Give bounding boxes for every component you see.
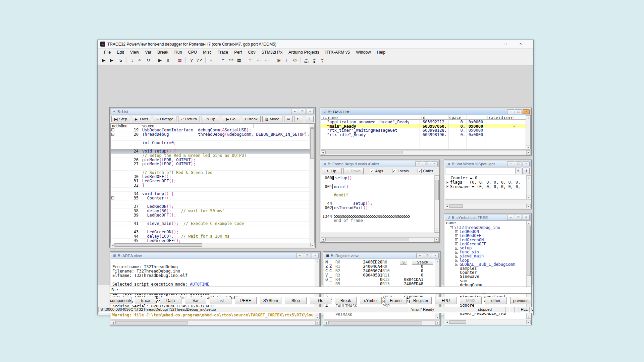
watch-minimize-button[interactable]: –: [507, 161, 514, 166]
symbol-tree-item[interactable]: +sieve_main: [445, 254, 526, 258]
register-window-titlebar[interactable]: ▦ B::Register.view – □ ×: [324, 252, 440, 259]
scroll-thumb[interactable]: [115, 321, 187, 324]
symbol-close-button[interactable]: ×: [523, 215, 530, 220]
menu-item-perf[interactable]: Perf: [231, 49, 245, 55]
status-hll-toggle[interactable]: HLL: [519, 307, 529, 313]
watch-horizontal-scrollbar[interactable]: ◀ ▶: [445, 204, 531, 208]
frame-minimize-button[interactable]: –: [415, 161, 422, 166]
minimize-button[interactable]: –: [482, 40, 497, 48]
code-line[interactable]: 41 sieve_main(); // Execute C example co…: [111, 222, 310, 226]
frame-line[interactable]: [321, 180, 434, 185]
menu-item-trace[interactable]: Trace: [215, 49, 231, 55]
scroll-left-arrow[interactable]: ◀: [324, 321, 328, 325]
softkey-break[interactable]: Break: [335, 297, 357, 304]
softkey-trace[interactable]: trace: [135, 297, 157, 304]
frame-stack-list[interactable]: -000setup()-001main()#endif44 setup();-0…: [321, 176, 434, 233]
menu-item-var[interactable]: Var: [142, 49, 155, 55]
frame-line[interactable]: -000setup(): [321, 176, 434, 180]
expand-icon[interactable]: +: [455, 255, 458, 258]
scroll-right-arrow[interactable]: ▶: [526, 150, 531, 155]
scroll-up-arrow[interactable]: ▲: [310, 124, 314, 128]
area-close-button[interactable]: ×: [312, 253, 319, 258]
step-button[interactable]: ▶|Step: [111, 116, 130, 122]
watch-item[interactable]: · Counter = 0: [446, 176, 526, 180]
scroll-left-arrow[interactable]: ◀: [321, 238, 325, 242]
symbol-person-icon[interactable]: i: [283, 57, 291, 64]
goggles-down-icon[interactable]: ∞▼: [319, 57, 327, 64]
list-up-icon[interactable]: t..: [294, 116, 303, 122]
expand-icon[interactable]: +: [455, 242, 458, 245]
softkey-other[interactable]: other: [485, 297, 507, 304]
task-window-titlebar[interactable]: ¤ B::TASK.List – □ ×: [321, 109, 531, 115]
area-window-titlebar[interactable]: ▤ B::AREA.view – □ ×: [111, 252, 320, 259]
menu-item-break[interactable]: Break: [154, 49, 171, 55]
frame-horizontal-scrollbar[interactable]: ◀ ▶: [321, 237, 439, 242]
symbol-tree-item[interactable]: samples: [445, 266, 526, 270]
watch-add-icon[interactable]: ∞+: [247, 57, 255, 64]
list-source-icon[interactable]: ≡: [219, 57, 227, 64]
expand-icon[interactable]: +: [455, 238, 458, 241]
watch-spot-icon[interactable]: ∞: [263, 57, 271, 64]
scroll-up-arrow[interactable]: ▲: [527, 221, 531, 225]
task-row[interactable]: "application_unnamed_thread"␣Ready603992…: [321, 120, 526, 124]
frame-line[interactable]: [321, 189, 434, 193]
expand-icon[interactable]: +: [455, 263, 458, 266]
frame-close-button[interactable]: ×: [431, 161, 438, 166]
close-button[interactable]: ×: [513, 40, 528, 48]
help-icon[interactable]: ?: [187, 57, 196, 64]
symbol-tree-item[interactable]: Sinewave: [445, 275, 526, 279]
expand-icon[interactable]: +: [111, 133, 114, 136]
symbol-horizontal-scrollbar[interactable]: ◀ ▶: [445, 320, 531, 324]
chevron-down-icon[interactable]: ▾: [515, 168, 521, 174]
go-down-icon[interactable]: ↓: [128, 57, 136, 64]
scroll-left-arrow[interactable]: ◀: [110, 243, 115, 247]
expand-icon[interactable]: +: [455, 259, 458, 262]
softkey-step[interactable]: Step: [285, 297, 307, 304]
softkey-system[interactable]: SYStem: [260, 297, 282, 304]
task-minimize-button[interactable]: –: [507, 109, 514, 114]
symbol-window-titlebar[interactable]: i B::sYmbol.List.TREE – □ ×: [445, 214, 531, 221]
symbol-tree-item[interactable]: debugComm: [445, 283, 526, 287]
register-s-button[interactable]: S: [400, 260, 407, 265]
symbol-tree-item[interactable]: +LedRedOFF: [445, 234, 526, 238]
watch-vertical-scrollbar[interactable]: ▲ ▼: [526, 175, 531, 199]
softkey-frame[interactable]: Frame: [385, 297, 407, 304]
scroll-right-arrow[interactable]: ▶: [315, 321, 320, 325]
scroll-down-arrow[interactable]: ▼: [527, 195, 531, 199]
frame-down-button[interactable]: ↧Down: [343, 168, 364, 174]
code-line[interactable]: +20ThreadDebug threadDebug(&debugComm, D…: [111, 132, 310, 137]
frame-vertical-scrollbar[interactable]: ▲ ▼: [434, 175, 439, 233]
goggles-set-icon[interactable]: ∞SET: [303, 57, 311, 64]
register-minimize-button[interactable]: –: [416, 253, 423, 258]
softkey-previous[interactable]: previous: [510, 297, 532, 304]
context-help-icon[interactable]: ?↗: [196, 57, 204, 64]
softkey-perf[interactable]: PERF: [235, 297, 257, 304]
menu-item-arduino-projects[interactable]: Arduino Projects: [285, 49, 322, 55]
code-line[interactable]: 45 LedGreenOFF();: [111, 239, 310, 243]
symbol-tree-item[interactable]: +LedRedON: [445, 230, 526, 234]
frame-line[interactable]: 44 setup();: [321, 201, 434, 206]
list-watch-icon[interactable]: ∞: [284, 116, 293, 122]
code-line[interactable]: +35 Counter++;: [111, 196, 310, 200]
softkey-components[interactable]: components: [110, 297, 131, 304]
symbol-minimize-button[interactable]: –: [507, 215, 514, 220]
list-maximize-button[interactable]: □: [299, 109, 306, 114]
expand-icon[interactable]: +: [446, 181, 449, 184]
watch-view-icon[interactable]: ∞: [255, 57, 263, 64]
scroll-thumb[interactable]: [325, 151, 402, 154]
menu-item-run[interactable]: Run: [171, 49, 185, 55]
scroll-up-arrow[interactable]: ▲: [315, 259, 319, 263]
memory-dump-icon[interactable]: 010: [227, 57, 235, 64]
step-return-icon[interactable]: ↵: [136, 57, 144, 64]
list-vertical-scrollbar[interactable]: ▲ ▼: [310, 124, 314, 247]
code-line[interactable]: 27pinMode(LEDG, OUTPUT);: [111, 162, 310, 167]
scroll-thumb[interactable]: [115, 243, 202, 247]
code-line[interactable]: int Counter=0;: [111, 141, 310, 145]
task-maximize-button[interactable]: □: [515, 109, 522, 114]
scroll-thumb[interactable]: [328, 321, 422, 324]
menu-item-cov[interactable]: Cov: [245, 49, 258, 55]
scroll-right-arrow[interactable]: ▶: [310, 243, 315, 247]
symbol-tree-item[interactable]: -\T32ThreadDebug_ino: [445, 226, 526, 230]
mode-nop-icon[interactable]: ▦: [176, 57, 184, 64]
menu-item-view[interactable]: View: [127, 49, 142, 55]
